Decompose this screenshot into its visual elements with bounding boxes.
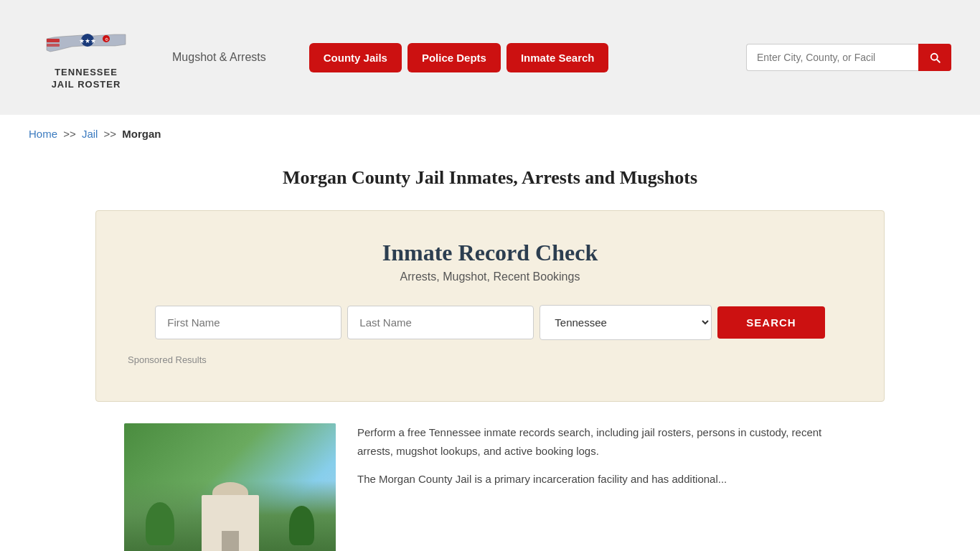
breadcrumb: Home >> Jail >> Morgan <box>0 115 980 153</box>
record-search-button[interactable]: SEARCH <box>717 306 824 339</box>
header-search-area <box>746 44 951 71</box>
mugshot-arrests-link[interactable]: Mugshot & Arrests <box>172 51 266 64</box>
record-check-form: Tennessee Alabama Georgia Kentucky North… <box>125 305 855 340</box>
sponsored-label: Sponsored Results <box>125 354 855 365</box>
content-area: Perform a free Tennessee inmate records … <box>95 423 885 551</box>
breadcrumb-jail[interactable]: Jail <box>82 128 98 140</box>
svg-rect-1 <box>47 44 60 47</box>
breadcrumb-sep2: >> <box>104 128 117 140</box>
svg-text:★★★: ★★★ <box>79 37 96 44</box>
breadcrumb-current: Morgan <box>122 128 161 140</box>
police-depts-button[interactable]: Police Depts <box>407 43 501 72</box>
state-select[interactable]: Tennessee Alabama Georgia Kentucky North… <box>540 305 712 340</box>
site-header: ★★★ ⚙ TENNESSEE JAIL ROSTER Mugshot & Ar… <box>0 0 980 115</box>
county-jails-button[interactable]: County Jails <box>309 43 402 72</box>
record-check-title: Inmate Record Check <box>125 240 855 266</box>
last-name-input[interactable] <box>347 306 534 339</box>
content-para2: The Morgan County Jail is a primary inca… <box>357 470 856 489</box>
record-check-subtitle: Arrests, Mugshot, Recent Bookings <box>125 270 855 283</box>
svg-text:⚙: ⚙ <box>105 37 108 42</box>
breadcrumb-home[interactable]: Home <box>29 128 57 140</box>
logo-icon: ★★★ ⚙ <box>43 24 129 64</box>
content-text: Perform a free Tennessee inmate records … <box>357 423 856 499</box>
nav-buttons: County Jails Police Depts Inmate Search <box>309 43 609 72</box>
page-title: Morgan County Jail Inmates, Arrests and … <box>0 153 980 196</box>
record-check-box: Inmate Record Check Arrests, Mugshot, Re… <box>95 210 885 402</box>
logo-text: TENNESSEE JAIL ROSTER <box>52 67 121 91</box>
first-name-input[interactable] <box>155 306 341 339</box>
header-search-input[interactable] <box>746 44 918 71</box>
breadcrumb-sep1: >> <box>63 128 76 140</box>
header-search-button[interactable] <box>918 44 951 71</box>
content-para1: Perform a free Tennessee inmate records … <box>357 423 856 460</box>
logo-area: ★★★ ⚙ TENNESSEE JAIL ROSTER <box>29 24 143 91</box>
svg-rect-0 <box>47 39 60 42</box>
search-icon <box>928 51 941 64</box>
content-image <box>124 423 336 551</box>
inmate-search-button[interactable]: Inmate Search <box>507 43 609 72</box>
